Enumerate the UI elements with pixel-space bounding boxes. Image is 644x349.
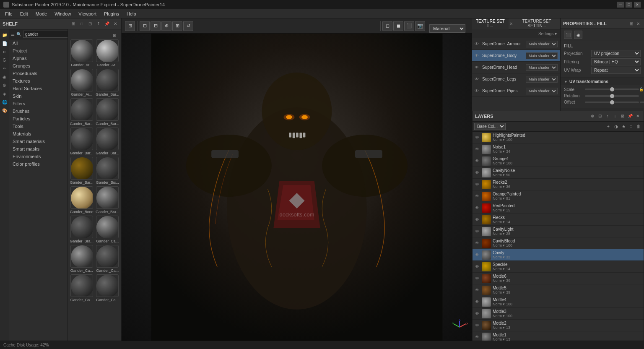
nav-icon-material[interactable]: ◈: [1, 90, 8, 97]
layer-item-red-painted[interactable]: 👁 RedPainted Norm ▾ 15: [473, 202, 644, 214]
tab-texture-set-list-close[interactable]: ✕: [509, 21, 514, 27]
category-environments[interactable]: Environments: [9, 153, 68, 160]
eye-icon[interactable]: 👁: [474, 158, 480, 164]
eye-icon[interactable]: 👁: [474, 323, 480, 328]
layers-icon-4[interactable]: ↓: [612, 113, 618, 120]
layer-item-noise1[interactable]: 👁 Noise1 Norm ▾ 34: [473, 143, 644, 155]
category-alphas[interactable]: Alphas: [9, 55, 68, 62]
texture-set-item-armour[interactable]: 👁 SuperDrone_Armour Main shader: [472, 38, 560, 50]
category-particles[interactable]: Particles: [9, 115, 68, 122]
eye-icon[interactable]: 👁: [474, 240, 480, 246]
asset-item[interactable]: Gander_Bra...: [70, 216, 94, 243]
layers-icon-5[interactable]: ⊠: [619, 113, 626, 120]
minimize-button[interactable]: ─: [617, 2, 624, 8]
category-project[interactable]: Project: [9, 47, 68, 55]
fill-icon-1[interactable]: ⬛: [564, 31, 572, 39]
category-all[interactable]: All: [9, 39, 68, 47]
asset-item[interactable]: Gander_Bis...: [96, 157, 120, 185]
vp-render-btn3[interactable]: ⬛: [404, 21, 414, 31]
shelf-icon-2[interactable]: □: [78, 21, 85, 27]
eye-icon[interactable]: 👁: [474, 334, 480, 340]
scale-slider[interactable]: [585, 89, 639, 90]
eye-icon[interactable]: 👁: [474, 205, 480, 211]
nav-icon-particle[interactable]: ◉: [1, 73, 8, 81]
offset-slider-2[interactable]: [640, 102, 644, 103]
settings-button[interactable]: Settings ▾: [537, 30, 558, 37]
properties-expand[interactable]: ⊞: [628, 20, 635, 27]
asset-item[interactable]: Gander_Ca...: [70, 245, 94, 273]
eye-icon-pipes[interactable]: 👁: [475, 89, 480, 93]
shader-dropdown-legs[interactable]: Main shader: [526, 76, 558, 83]
layer-item-orange-painted[interactable]: 👁 OrangePainted Norm ▾ 91: [473, 190, 644, 202]
close-button[interactable]: ✕: [634, 2, 641, 8]
texture-set-item-pipes[interactable]: 👁 SuperDrone_Pipes Main shader: [472, 85, 560, 97]
layer-item-highlights-painted[interactable]: 👁 HighlightsPainted Norm ▾ 100: [473, 132, 644, 143]
layer-item-cavity-blood[interactable]: 👁 CavityBlood Norm ▾ 100: [473, 237, 644, 249]
asset-item[interactable]: Gander_Ca...: [70, 274, 94, 302]
shelf-pin[interactable]: 📌: [104, 21, 110, 27]
eye-icon[interactable]: 👁: [474, 264, 480, 270]
vp-render-btn2[interactable]: ◼: [393, 21, 403, 31]
filtering-dropdown[interactable]: Bilinear | HQ: [591, 58, 641, 65]
nav-icon-grunge[interactable]: G: [1, 56, 8, 64]
nav-icon-env[interactable]: 🌐: [1, 98, 8, 106]
nav-icon-tool[interactable]: ⚙: [1, 81, 8, 89]
tab-texture-set-settings[interactable]: TEXTURE SET SETTIN...: [513, 18, 560, 31]
layers-add-btn[interactable]: +: [605, 123, 612, 130]
eye-icon-body[interactable]: 👁: [475, 53, 480, 58]
projection-dropdown[interactable]: UV projection: [591, 50, 641, 57]
menu-viewport[interactable]: Viewport: [75, 10, 100, 17]
shelf-close[interactable]: ✕: [112, 21, 119, 27]
layers-blend-dropdown[interactable]: Base Col...: [474, 123, 506, 130]
asset-item[interactable]: Gander_Ar...: [96, 39, 120, 67]
eye-icon[interactable]: 👁: [474, 229, 480, 234]
vp-frame-btn[interactable]: ⊟: [151, 21, 161, 31]
layer-item-cavity-light[interactable]: 👁 CavityLight Norm ▾ 28: [473, 226, 644, 237]
material-dropdown[interactable]: Material Base Color Roughness Metallic N…: [429, 24, 465, 33]
category-filters[interactable]: Filters: [9, 100, 68, 107]
vp-align-btn[interactable]: ⊞: [172, 21, 182, 31]
category-hard-surfaces[interactable]: Hard Surfaces: [9, 85, 68, 92]
nav-icon-alpha[interactable]: α: [1, 48, 8, 55]
menu-window[interactable]: Window: [51, 10, 74, 17]
eye-icon[interactable]: 👁: [474, 311, 480, 317]
menu-plugins[interactable]: Plugins: [101, 10, 122, 17]
maximize-button[interactable]: □: [626, 2, 632, 8]
eye-icon[interactable]: 👁: [474, 287, 480, 293]
menu-file[interactable]: File: [2, 10, 16, 17]
layer-item-cavity-noise[interactable]: 👁 CavityNoise Norm ▾ 50: [473, 167, 644, 179]
layers-group-btn[interactable]: □: [628, 123, 634, 130]
eye-icon-legs[interactable]: 👁: [475, 77, 480, 81]
eye-icon[interactable]: 👁: [474, 193, 480, 199]
rotation-slider[interactable]: [585, 95, 639, 97]
layer-item-mottle6[interactable]: 👁 Mottle6 Norm ▾ 39: [473, 273, 644, 284]
vp-render-btn1[interactable]: ◻: [382, 21, 392, 31]
shader-dropdown-pipes[interactable]: Main shader: [526, 88, 558, 94]
layer-item-cavity[interactable]: 👁 Cavity Norm ▾ 32: [473, 249, 644, 261]
shader-dropdown-body[interactable]: Main shader: [526, 52, 558, 59]
asset-item[interactable]: Gander_Bar...: [70, 98, 94, 126]
grid-view-button[interactable]: ⊞: [111, 32, 118, 39]
layers-delete-btn[interactable]: 🗑: [635, 123, 642, 130]
layers-fx-btn[interactable]: ★: [620, 123, 627, 130]
eye-icon[interactable]: 👁: [474, 217, 480, 223]
eye-icon[interactable]: 👁: [474, 299, 480, 305]
category-brushes[interactable]: Brushes: [9, 107, 68, 115]
asset-item[interactable]: Gander_Ca...: [96, 216, 120, 243]
asset-item[interactable]: Gander_Bar...: [96, 128, 120, 155]
eye-icon[interactable]: 👁: [474, 146, 480, 152]
category-smart-materials[interactable]: Smart materials: [9, 138, 68, 145]
viewport[interactable]: ⊞ ⊡ ⊟ ⊕ ⊞ ↺ ◻ ◼ ⬛ 📷 Material Base Color …: [122, 18, 472, 341]
layers-icon-2[interactable]: ⊟: [597, 113, 603, 120]
layers-pin[interactable]: 📌: [627, 113, 634, 120]
shelf-icon-3[interactable]: ⊡: [87, 21, 93, 27]
category-procedurals[interactable]: Procedurals: [9, 70, 68, 77]
vp-rotate-btn[interactable]: ↺: [183, 21, 193, 31]
asset-item[interactable]: Gander_Bar...: [96, 69, 120, 96]
vp-perspective-btn[interactable]: ⊡: [140, 21, 150, 31]
layer-item-mottle4[interactable]: 👁 Mottle4 Norm ▾ 100: [473, 296, 644, 308]
vp-snap-btn[interactable]: ⊕: [161, 21, 171, 31]
layer-item-mottle2[interactable]: 👁 Mottle2 Norm ▾ 13: [473, 320, 644, 331]
layers-close[interactable]: ✕: [634, 113, 641, 120]
layer-item-grunge1[interactable]: 👁 Grunge1 Norm ▾ 100: [473, 155, 644, 167]
